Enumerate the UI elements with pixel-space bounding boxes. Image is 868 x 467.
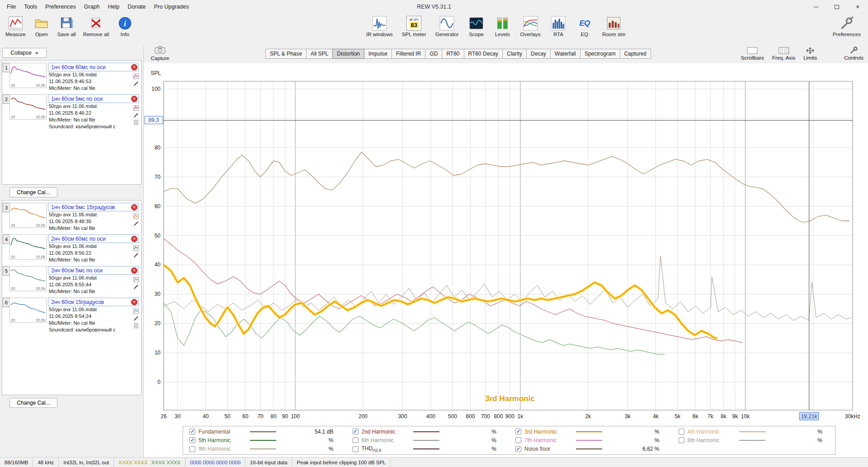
measurement-thumbnail[interactable]: 2020,0k <box>9 63 47 88</box>
toolbar-button-spl-meter[interactable]: dB SPL83SPL meter <box>400 15 428 38</box>
tab-rt60-decay[interactable]: RT60 Decay <box>464 49 503 59</box>
legend-checkbox-9th-harmonic[interactable] <box>189 446 195 452</box>
tab-waterfall[interactable]: Waterfall <box>550 49 580 59</box>
mini-chart-icon[interactable] <box>133 74 139 79</box>
measurement-item[interactable]: 32020,0k1нч 60см 5мс 15градусов×50гдн ач… <box>2 202 141 234</box>
pencil-icon[interactable] <box>133 316 139 321</box>
change-cal-button-bottom[interactable]: Change Cal... <box>9 398 57 408</box>
toolbar-button-rta[interactable]: RTA <box>548 15 569 38</box>
tab-all-spl[interactable]: All SPL <box>306 49 333 59</box>
minimize-button[interactable] <box>806 0 826 14</box>
legend-checkbox-6th-harmonic[interactable] <box>353 437 359 443</box>
toolbar-button-overlays[interactable]: Overlays <box>519 15 542 38</box>
measurement-thumbnail[interactable]: 2020,0k <box>9 234 47 260</box>
menu-file[interactable]: File <box>3 0 20 14</box>
toolbar-button-ir-windows[interactable]: IR windows <box>364 15 395 38</box>
toolbar-button-save-all[interactable]: Save all <box>56 15 78 38</box>
toolbar-button-eq[interactable]: EQEQ <box>574 15 595 38</box>
toolbar-button-preferences[interactable]: Preferences <box>831 15 863 38</box>
delete-measurement-button[interactable]: × <box>131 267 137 274</box>
measurement-title-row[interactable]: 2нч 60см 5мс по оси× <box>48 266 139 275</box>
tab-captured[interactable]: Captured <box>620 49 651 59</box>
measurement-number-tab[interactable]: 6 <box>3 298 9 307</box>
controls-button[interactable]: Controls <box>844 47 863 61</box>
collapse-button[interactable]: Collapse « <box>2 48 47 58</box>
legend-checkbox-3rd-harmonic[interactable]: ✓ <box>515 429 521 434</box>
legend-checkbox-thd[interactable] <box>353 446 359 452</box>
notes-icon[interactable] <box>133 120 139 125</box>
menu-pro-upgrades[interactable]: Pro Upgrades <box>150 0 193 14</box>
pencil-icon[interactable] <box>133 221 139 226</box>
tab-decay[interactable]: Decay <box>526 49 551 59</box>
menu-preferences[interactable]: Preferences <box>41 0 80 14</box>
legend-checkbox-4th-harmonic[interactable] <box>679 429 684 434</box>
toolbar-button-measure[interactable]: Measure <box>4 15 28 38</box>
measurement-thumbnail[interactable]: 2020,0k <box>9 266 47 291</box>
measurement-title-row[interactable]: 1нч 60см 60мс по оси× <box>48 63 139 71</box>
legend-checkbox-fundamental[interactable]: ✓ <box>189 429 195 434</box>
mini-chart-icon[interactable] <box>133 214 139 219</box>
legend-checkbox-7th-harmonic[interactable] <box>515 437 521 443</box>
freq-axis-button[interactable]: Freq. Axis <box>772 47 795 61</box>
change-cal-button-top[interactable]: Change Cal... <box>9 187 57 197</box>
limits-button[interactable]: Limits <box>803 47 817 61</box>
measurement-thumbnail[interactable]: 2020,0k <box>9 94 47 120</box>
measurement-number-tab[interactable]: 4 <box>3 234 9 244</box>
measurement-number-tab[interactable]: 2 <box>3 94 9 104</box>
scrollbars-button[interactable]: Scrollbars <box>741 47 764 61</box>
measurement-title-row[interactable]: 2нч 60см 60мс по оси× <box>48 234 139 243</box>
measurement-title-row[interactable]: 1нч 60см 5мс 15градусов× <box>48 203 139 211</box>
pencil-icon[interactable] <box>133 284 139 290</box>
delete-measurement-button[interactable]: × <box>131 236 137 242</box>
measurement-thumbnail[interactable]: 2020,0k <box>9 203 47 228</box>
toolbar-button-scope[interactable]: Scope <box>466 15 487 38</box>
legend-checkbox-noise-floor[interactable]: ✓ <box>515 446 521 452</box>
pencil-icon[interactable] <box>133 112 139 118</box>
menu-tools[interactable]: Tools <box>20 0 41 14</box>
measurement-item[interactable]: 12020,0k1нч 60см 60мс по оси×50гдн ачх 1… <box>2 62 141 93</box>
tab-gd[interactable]: GD <box>425 49 442 59</box>
tab-filtered-ir[interactable]: Filtered IR <box>392 49 425 59</box>
pencil-icon[interactable] <box>133 252 139 258</box>
tab-impulse[interactable]: Impulse <box>364 49 392 59</box>
measurement-title-row[interactable]: 1нч 60см 5мс по оси× <box>48 94 139 103</box>
distortion-chart[interactable]: 2630405060708090100200300400500600700800… <box>144 63 868 425</box>
measurement-item[interactable]: 22020,0k1нч 60см 5мс по оси×50гдн ачх 11… <box>2 93 141 132</box>
menu-help[interactable]: Help <box>104 0 124 14</box>
delete-measurement-button[interactable]: × <box>131 96 137 102</box>
measurement-thumbnail[interactable]: 2020,0k <box>9 298 47 323</box>
measurement-number-tab[interactable]: 5 <box>3 266 9 276</box>
tab-distortion[interactable]: Distortion <box>332 49 364 59</box>
delete-measurement-button[interactable]: × <box>131 64 137 70</box>
mini-chart-icon[interactable] <box>133 308 139 314</box>
measurement-item[interactable]: 62020,0k2нч 60см 15градусов×50гдн ачх 11… <box>2 297 141 335</box>
legend-checkbox-5th-harmonic[interactable]: ✓ <box>189 437 195 443</box>
mini-chart-icon[interactable] <box>133 277 139 282</box>
toolbar-button-remove-all[interactable]: Remove all <box>81 15 111 38</box>
legend-checkbox-2nd-harmonic[interactable]: ✓ <box>353 429 359 434</box>
notes-icon[interactable] <box>133 323 139 328</box>
toolbar-button-info[interactable]: iInfo <box>114 15 135 38</box>
mini-chart-icon[interactable] <box>133 105 139 111</box>
toolbar-button-room-sim[interactable]: Room sim <box>600 15 627 38</box>
legend-checkbox-8th-harmonic[interactable] <box>679 437 684 443</box>
toolbar-button-generator[interactable]: Generator <box>434 15 461 38</box>
delete-measurement-button[interactable]: × <box>131 204 137 210</box>
measurement-item[interactable]: 42020,0k2нч 60см 60мс по оси×50гдн ачх 1… <box>2 234 141 265</box>
tab-spectrogram[interactable]: Spectrogram <box>580 49 620 59</box>
toolbar-button-levels[interactable]: Levels <box>492 15 513 38</box>
menu-donate[interactable]: Donate <box>123 0 150 14</box>
tab-rt60[interactable]: RT60 <box>442 49 464 59</box>
maximize-button[interactable] <box>826 0 847 14</box>
measurement-title-row[interactable]: 2нч 60см 15градусов× <box>48 298 139 306</box>
measurement-number-tab[interactable]: 1 <box>3 63 9 72</box>
pencil-icon[interactable] <box>133 81 139 86</box>
capture-button[interactable]: Capture <box>149 46 171 61</box>
measurement-number-tab[interactable]: 3 <box>3 203 9 212</box>
delete-measurement-button[interactable]: × <box>131 299 137 305</box>
toolbar-button-open[interactable]: Open <box>31 15 52 38</box>
mini-chart-icon[interactable] <box>133 245 139 251</box>
tab-clarity[interactable]: Clarity <box>502 49 527 59</box>
menu-graph[interactable]: Graph <box>80 0 104 14</box>
close-button[interactable]: × <box>847 0 868 14</box>
